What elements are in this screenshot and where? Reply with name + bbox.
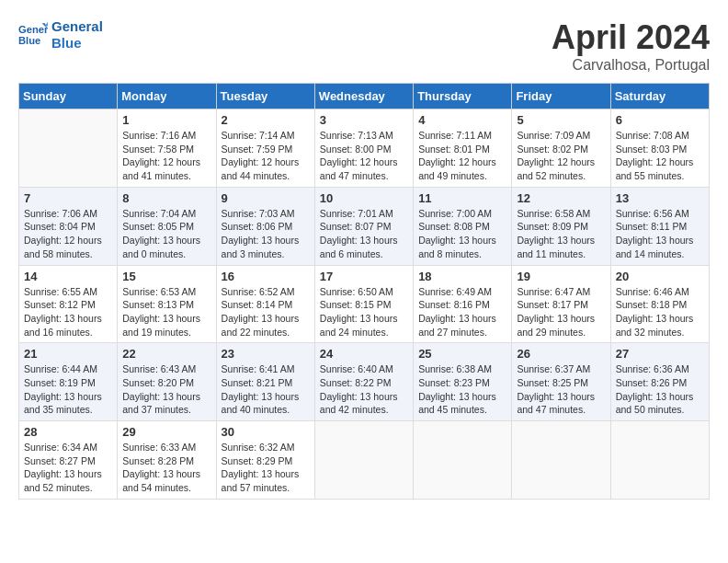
day-info: Sunrise: 6:58 AMSunset: 8:09 PMDaylight:…: [517, 207, 605, 261]
day-number: 6: [616, 113, 704, 127]
calendar-cell: 1Sunrise: 7:16 AMSunset: 7:58 PMDaylight…: [118, 109, 216, 188]
day-number: 21: [24, 347, 112, 361]
day-number: 12: [517, 191, 605, 205]
day-info: Sunrise: 6:50 AMSunset: 8:15 PMDaylight:…: [320, 285, 408, 339]
day-info: Sunrise: 6:47 AMSunset: 8:17 PMDaylight:…: [517, 285, 605, 339]
day-number: 30: [222, 425, 310, 439]
calendar-table: SundayMondayTuesdayWednesdayThursdayFrid…: [18, 83, 710, 500]
day-number: 4: [418, 113, 506, 127]
page-subtitle: Carvalhosa, Portugal: [552, 57, 710, 74]
day-number: 17: [320, 270, 408, 283]
day-info: Sunrise: 6:52 AMSunset: 8:14 PMDaylight:…: [222, 285, 310, 339]
calendar-cell: 26Sunrise: 6:37 AMSunset: 8:25 PMDayligh…: [512, 343, 610, 421]
calendar-cell: [314, 421, 413, 500]
calendar-cell: [414, 421, 512, 500]
day-info: Sunrise: 7:06 AMSunset: 8:04 PMDaylight:…: [24, 207, 112, 261]
day-number: 9: [222, 191, 310, 205]
calendar-cell: 30Sunrise: 6:32 AMSunset: 8:29 PMDayligh…: [216, 421, 314, 500]
calendar-cell: [19, 109, 118, 188]
calendar-cell: 2Sunrise: 7:14 AMSunset: 7:59 PMDaylight…: [216, 109, 314, 188]
day-info: Sunrise: 6:49 AMSunset: 8:16 PMDaylight:…: [418, 285, 506, 339]
svg-text:Blue: Blue: [18, 35, 40, 46]
day-info: Sunrise: 6:55 AMSunset: 8:12 PMDaylight:…: [24, 285, 112, 339]
day-info: Sunrise: 6:44 AMSunset: 8:19 PMDaylight:…: [24, 362, 112, 417]
day-number: 19: [517, 270, 605, 283]
day-number: 11: [418, 191, 506, 205]
calendar-cell: 8Sunrise: 7:04 AMSunset: 8:05 PMDaylight…: [118, 187, 216, 265]
calendar-cell: 11Sunrise: 7:00 AMSunset: 8:08 PMDayligh…: [414, 187, 512, 265]
logo-icon: General Blue: [18, 20, 48, 50]
calendar-cell: 28Sunrise: 6:34 AMSunset: 8:27 PMDayligh…: [19, 421, 118, 500]
day-number: 24: [320, 347, 408, 361]
day-info: Sunrise: 7:03 AMSunset: 8:06 PMDaylight:…: [222, 207, 310, 261]
header-day-wednesday: Wednesday: [314, 84, 413, 109]
header-day-monday: Monday: [118, 84, 216, 109]
calendar-cell: 22Sunrise: 6:43 AMSunset: 8:20 PMDayligh…: [118, 343, 216, 421]
header: General Blue GeneralBlue April 2024 Carv…: [18, 18, 710, 74]
day-info: Sunrise: 6:33 AMSunset: 8:28 PMDaylight:…: [122, 441, 210, 495]
calendar-cell: 23Sunrise: 6:41 AMSunset: 8:21 PMDayligh…: [216, 343, 314, 421]
day-number: 2: [222, 113, 310, 127]
day-info: Sunrise: 6:53 AMSunset: 8:13 PMDaylight:…: [122, 285, 210, 339]
day-number: 23: [222, 347, 310, 361]
calendar-cell: 3Sunrise: 7:13 AMSunset: 8:00 PMDaylight…: [314, 109, 413, 188]
day-info: Sunrise: 7:04 AMSunset: 8:05 PMDaylight:…: [122, 207, 210, 261]
calendar-cell: 20Sunrise: 6:46 AMSunset: 8:18 PMDayligh…: [610, 265, 709, 343]
day-info: Sunrise: 6:38 AMSunset: 8:23 PMDaylight:…: [418, 362, 506, 417]
day-info: Sunrise: 6:32 AMSunset: 8:29 PMDaylight:…: [222, 441, 310, 495]
day-info: Sunrise: 6:36 AMSunset: 8:26 PMDaylight:…: [616, 362, 704, 417]
calendar-week-1: 1Sunrise: 7:16 AMSunset: 7:58 PMDaylight…: [19, 109, 710, 188]
calendar-cell: 14Sunrise: 6:55 AMSunset: 8:12 PMDayligh…: [19, 265, 118, 343]
calendar-week-3: 14Sunrise: 6:55 AMSunset: 8:12 PMDayligh…: [19, 265, 710, 343]
day-number: 14: [24, 270, 112, 283]
day-info: Sunrise: 6:56 AMSunset: 8:11 PMDaylight:…: [616, 207, 704, 261]
day-number: 20: [616, 270, 704, 283]
calendar-cell: 16Sunrise: 6:52 AMSunset: 8:14 PMDayligh…: [216, 265, 314, 343]
day-info: Sunrise: 7:14 AMSunset: 7:59 PMDaylight:…: [222, 129, 310, 183]
day-number: 18: [418, 270, 506, 283]
calendar-cell: 18Sunrise: 6:49 AMSunset: 8:16 PMDayligh…: [414, 265, 512, 343]
calendar-cell: 13Sunrise: 6:56 AMSunset: 8:11 PMDayligh…: [610, 187, 709, 265]
day-number: 7: [24, 191, 112, 205]
calendar-header-row: SundayMondayTuesdayWednesdayThursdayFrid…: [19, 84, 710, 109]
day-number: 26: [517, 347, 605, 361]
calendar-cell: 10Sunrise: 7:01 AMSunset: 8:07 PMDayligh…: [314, 187, 413, 265]
page-title: April 2024: [552, 18, 710, 57]
calendar-cell: 19Sunrise: 6:47 AMSunset: 8:17 PMDayligh…: [512, 265, 610, 343]
day-number: 16: [222, 270, 310, 283]
title-area: April 2024 Carvalhosa, Portugal: [552, 18, 710, 74]
header-day-thursday: Thursday: [414, 84, 512, 109]
day-number: 22: [122, 347, 210, 361]
calendar-week-5: 28Sunrise: 6:34 AMSunset: 8:27 PMDayligh…: [19, 421, 710, 500]
day-number: 29: [122, 425, 210, 439]
day-info: Sunrise: 7:11 AMSunset: 8:01 PMDaylight:…: [418, 129, 506, 183]
calendar-cell: 4Sunrise: 7:11 AMSunset: 8:01 PMDaylight…: [414, 109, 512, 188]
calendar-cell: 29Sunrise: 6:33 AMSunset: 8:28 PMDayligh…: [118, 421, 216, 500]
calendar-cell: 24Sunrise: 6:40 AMSunset: 8:22 PMDayligh…: [314, 343, 413, 421]
calendar-cell: 17Sunrise: 6:50 AMSunset: 8:15 PMDayligh…: [314, 265, 413, 343]
day-number: 10: [320, 191, 408, 205]
svg-text:General: General: [18, 24, 48, 35]
day-info: Sunrise: 6:41 AMSunset: 8:21 PMDaylight:…: [222, 362, 310, 417]
day-number: 1: [122, 113, 210, 127]
day-info: Sunrise: 6:37 AMSunset: 8:25 PMDaylight:…: [517, 362, 605, 417]
day-number: 13: [616, 191, 704, 205]
day-number: 15: [122, 270, 210, 283]
day-info: Sunrise: 7:00 AMSunset: 8:08 PMDaylight:…: [418, 207, 506, 261]
day-info: Sunrise: 7:13 AMSunset: 8:00 PMDaylight:…: [320, 129, 408, 183]
logo-text: GeneralBlue: [51, 18, 103, 52]
calendar-week-2: 7Sunrise: 7:06 AMSunset: 8:04 PMDaylight…: [19, 187, 710, 265]
header-day-tuesday: Tuesday: [216, 84, 314, 109]
day-info: Sunrise: 7:01 AMSunset: 8:07 PMDaylight:…: [320, 207, 408, 261]
day-info: Sunrise: 7:08 AMSunset: 8:03 PMDaylight:…: [616, 129, 704, 183]
calendar-cell: 9Sunrise: 7:03 AMSunset: 8:06 PMDaylight…: [216, 187, 314, 265]
calendar-week-4: 21Sunrise: 6:44 AMSunset: 8:19 PMDayligh…: [19, 343, 710, 421]
day-info: Sunrise: 7:09 AMSunset: 8:02 PMDaylight:…: [517, 129, 605, 183]
day-number: 25: [418, 347, 506, 361]
day-info: Sunrise: 6:34 AMSunset: 8:27 PMDaylight:…: [24, 441, 112, 495]
calendar-cell: 12Sunrise: 6:58 AMSunset: 8:09 PMDayligh…: [512, 187, 610, 265]
calendar-cell: 5Sunrise: 7:09 AMSunset: 8:02 PMDaylight…: [512, 109, 610, 188]
calendar-cell: [512, 421, 610, 500]
calendar-cell: 15Sunrise: 6:53 AMSunset: 8:13 PMDayligh…: [118, 265, 216, 343]
day-info: Sunrise: 6:46 AMSunset: 8:18 PMDaylight:…: [616, 285, 704, 339]
